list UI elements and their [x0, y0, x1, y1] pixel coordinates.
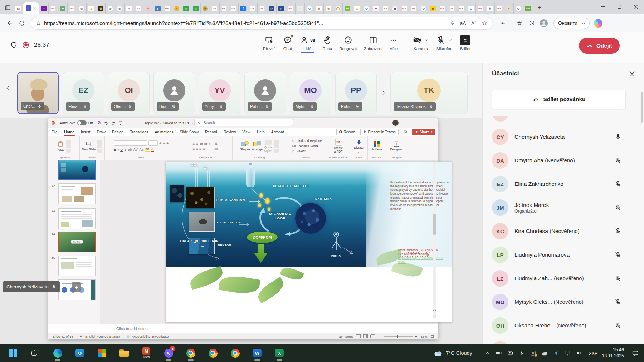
- participant-row[interactable]: [483, 337, 640, 344]
- browser-tab[interactable]: PDF: [438, 3, 447, 14]
- participant-row[interactable]: MOMytsyk Oleks... (Neověřeno): [483, 290, 640, 314]
- participant-row[interactable]: JMJelínek MarekOrganizátor: [483, 196, 640, 219]
- present-in-teams-button[interactable]: Present in Teams: [360, 129, 399, 135]
- tray-speaker-icon[interactable]: [574, 348, 584, 358]
- meeting-control-převzít[interactable]: Převzít: [263, 35, 276, 53]
- meeting-control-zobrazení[interactable]: Zobrazení: [364, 35, 382, 53]
- add-ins-button[interactable]: Add-ins: [372, 141, 382, 152]
- participant-row[interactable]: OHOksana Hrebe... (Neověřeno): [483, 314, 640, 337]
- previous-slide-icon[interactable]: [432, 308, 437, 312]
- browser-tab[interactable]: »: [124, 3, 134, 14]
- browser-tab[interactable]: PDF: [400, 3, 409, 14]
- browser-tab[interactable]: PDF: [48, 3, 58, 14]
- browser-tab[interactable]: T: [153, 3, 162, 14]
- meeting-control-chat[interactable]: Chat: [283, 35, 292, 53]
- browser-tab[interactable]: PDF: [257, 3, 267, 14]
- meeting-control-více[interactable]: •••Více: [390, 35, 398, 53]
- app-excel[interactable]: X: [271, 345, 288, 361]
- zoom-in-icon[interactable]: +: [415, 334, 417, 339]
- slide-thumbnail-45[interactable]: [58, 256, 96, 276]
- browser-tab[interactable]: PDF: [229, 3, 238, 14]
- close-icon[interactable]: [628, 0, 644, 14]
- shapes-button[interactable]: Shapes: [240, 141, 250, 152]
- browser-tab[interactable]: ●: [200, 3, 210, 14]
- refresh-icon[interactable]: [16, 17, 28, 29]
- ppt-close-icon[interactable]: [425, 118, 436, 127]
- participant-tile[interactable]: PPPolin...: [335, 72, 377, 114]
- app-chrome[interactable]: [227, 345, 243, 361]
- tray-plane-icon[interactable]: [551, 348, 561, 358]
- address-bar[interactable]: https://teams.microsoft.com/light-meetin…: [31, 17, 493, 30]
- paragraph-controls[interactable]: ≡≡⇄⇄↕⇅ ≡≡≡≡⋯▤: [193, 142, 218, 151]
- slide-sorter-view-icon[interactable]: [363, 334, 368, 338]
- quick-styles-button[interactable]: QuickStyles: [264, 139, 272, 153]
- browser-tab[interactable]: ✻: [485, 3, 494, 14]
- participant-tile[interactable]: Cher...: [17, 72, 59, 114]
- browser-tab[interactable]: PDF: [409, 3, 419, 14]
- canvas-scrollbar-track[interactable]: [433, 162, 436, 319]
- participant-tile[interactable]: Вікт...: [153, 72, 195, 114]
- panel-scrollbar[interactable]: [641, 92, 643, 123]
- dictate-button[interactable]: Dictate⌄: [354, 139, 363, 153]
- tray-monitor-icon[interactable]: [563, 348, 572, 358]
- slide-layout-buttons[interactable]: [97, 140, 102, 153]
- participant-row[interactable]: KCKira Chudesa (Neověřeno): [483, 219, 640, 243]
- app-m365[interactable]: MM365: [138, 345, 155, 361]
- ppt-menu-view[interactable]: View: [239, 128, 254, 136]
- app-viber[interactable]: 3: [160, 345, 177, 361]
- browser-tab[interactable]: ▲: [352, 3, 362, 14]
- url-text[interactable]: https://teams.microsoft.com/light-meetin…: [44, 20, 447, 26]
- participant-tile[interactable]: TKTetiana Khvorost: [390, 72, 468, 114]
- browser-tab[interactable]: ⊙: [362, 3, 371, 14]
- browser-tab[interactable]: ⊙: [419, 3, 428, 14]
- accessibility-status[interactable]: Accessibility: Investigate: [132, 334, 169, 338]
- zoom-slider-thumb[interactable]: [397, 335, 398, 338]
- browser-essentials-icon[interactable]: [497, 17, 509, 29]
- ppt-share-button[interactable]: Share▾: [412, 129, 435, 135]
- normal-view-icon[interactable]: [356, 334, 361, 338]
- browser-tab[interactable]: ⊕: [77, 3, 87, 14]
- slide-thumbnail-42[interactable]: [58, 183, 96, 204]
- expand-self-view-button[interactable]: +: [72, 282, 81, 292]
- tray-cloud-icon[interactable]: [540, 348, 549, 358]
- ppt-menu-transitions[interactable]: Transitions: [127, 128, 152, 136]
- autosave-switch-icon[interactable]: [77, 120, 87, 125]
- notes-toggle[interactable]: Notes: [345, 334, 353, 338]
- app-start[interactable]: [5, 345, 21, 361]
- slide-thumbnail-43[interactable]: [58, 208, 96, 229]
- canvas-scrollbar-thumb[interactable]: [433, 214, 436, 235]
- browser-tab[interactable]: ☺: [181, 3, 191, 14]
- app-taskview[interactable]: [27, 345, 44, 361]
- browser-tab[interactable]: ◆: [314, 3, 324, 14]
- participant-row[interactable]: [483, 116, 640, 125]
- leave-button[interactable]: Odejít: [579, 38, 620, 54]
- ppt-menu-review[interactable]: Review: [220, 128, 239, 136]
- read-aloud-icon[interactable]: Aʾ: [468, 18, 479, 29]
- tray-sync-icon[interactable]: [528, 348, 538, 358]
- weather-widget[interactable]: 7°C Cloudy: [433, 349, 472, 357]
- app-folder[interactable]: [116, 345, 132, 361]
- minimize-icon[interactable]: [595, 0, 611, 14]
- filmstrip-scroll-left-icon[interactable]: [5, 85, 11, 92]
- meeting-control-lidé[interactable]: 38Lidé: [299, 35, 315, 53]
- tab-close-icon[interactable]: [33, 7, 36, 10]
- language-status[interactable]: English (United States): [85, 334, 120, 338]
- comments-icon[interactable]: [401, 129, 410, 135]
- new-slide-button[interactable]: New Slide: [82, 141, 96, 152]
- slide-thumbnail-44[interactable]: No Title: [58, 232, 96, 252]
- browser-tab[interactable]: PDF: [210, 3, 219, 14]
- tray-chev-icon[interactable]: [483, 348, 492, 358]
- profile-avatar[interactable]: [538, 17, 550, 29]
- browser-tab[interactable]: Р: [276, 3, 286, 14]
- meeting-control-mikrofon[interactable]: Mikrofon: [436, 35, 453, 53]
- app-grid4[interactable]: [94, 345, 110, 361]
- browser-tab[interactable]: ⊕: [115, 3, 125, 14]
- tray-camera-icon[interactable]: [506, 348, 515, 358]
- zoom-slider[interactable]: [384, 336, 413, 337]
- participant-tile[interactable]: YVYuriy...: [199, 72, 240, 114]
- notification-center-icon[interactable]: [629, 347, 641, 359]
- browser-tab[interactable]: ♛: [96, 3, 106, 14]
- participant-row[interactable]: LZLiudmyla Zah... (Neověřeno): [483, 267, 640, 290]
- browser-tab[interactable]: PDF: [248, 3, 257, 14]
- slideshow-view-icon[interactable]: [370, 334, 375, 338]
